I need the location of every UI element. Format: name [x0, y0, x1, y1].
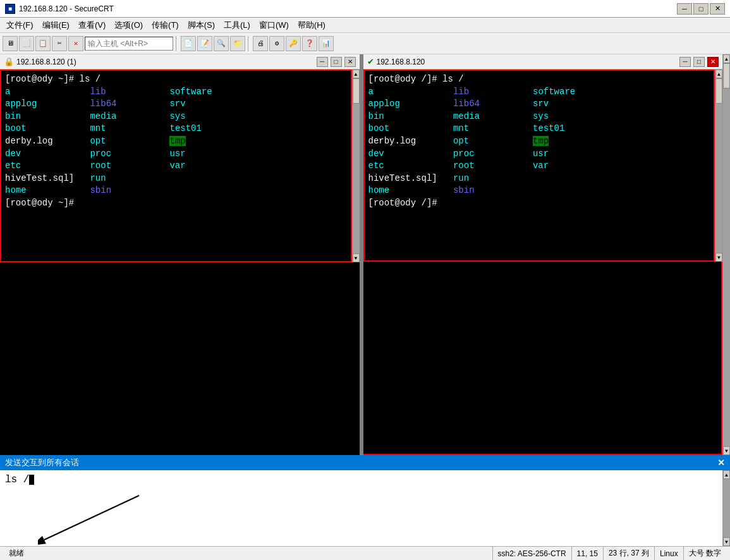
left-line-row2: applog lib64 srv [5, 98, 347, 111]
broadcast-close-button[interactable]: ✕ [717, 458, 725, 468]
right-minimize-button[interactable]: ─ [679, 57, 691, 67]
left-line-row3: bin media sys [5, 111, 347, 123]
app-icon: ■ [5, 4, 15, 14]
menu-view[interactable]: 查看(V) [75, 18, 109, 32]
status-position: 11, 15 [572, 547, 604, 560]
status-lines: 23 行, 37 列 [604, 547, 655, 560]
menu-window[interactable]: 窗口(W) [255, 18, 293, 32]
broadcast-scroll-up[interactable]: ▲ [723, 470, 730, 479]
broadcast-label: 发送交互到所有会话 [5, 457, 79, 468]
toolbar-btn-6[interactable]: 📄 [181, 36, 196, 51]
right-line-row8: hiveTest.sql] run [368, 173, 710, 185]
left-line-row9: home sbin [5, 185, 347, 197]
right-scroll-track[interactable] [715, 78, 722, 253]
right-scroll-down[interactable]: ▼ [715, 253, 722, 262]
svg-line-1 [44, 496, 139, 540]
toolbar-btn-9[interactable]: 📁 [230, 36, 245, 51]
close-button[interactable]: ✕ [710, 3, 725, 15]
right-close-button[interactable]: ✕ [707, 57, 719, 67]
right-line-row6: dev proc usr [368, 148, 710, 161]
toolbar-btn-5[interactable]: ✕ [68, 36, 83, 51]
left-line-row4: boot mnt test01 [5, 123, 347, 135]
broadcast-input-text: ls / [5, 474, 717, 485]
status-bar: 就绪 ssh2: AES-256-CTR 11, 15 23 行, 37 列 L… [0, 546, 730, 560]
left-scroll-track[interactable] [353, 78, 360, 253]
cursor [29, 475, 34, 485]
terminals-row: 🔒 192.168.8.120 (1) ─ □ ✕ [root@ody ~]# … [0, 54, 730, 455]
toolbar-btn-11[interactable]: ⚙ [269, 36, 284, 51]
left-scroll-down[interactable]: ▼ [353, 253, 360, 262]
broadcast-scrollbar[interactable]: ▲ ▼ [722, 470, 730, 546]
right-scroll-up[interactable]: ▲ [715, 70, 722, 78]
right-terminal-body[interactable]: [root@ody /]# ls / a lib software applog… [363, 70, 715, 262]
host-input[interactable] [85, 37, 173, 51]
right-line-row9: home sbin [368, 185, 710, 197]
status-extra: 大号 数字 [684, 547, 726, 560]
left-terminal-panel: 🔒 192.168.8.120 (1) ─ □ ✕ [root@ody ~]# … [0, 54, 360, 455]
status-encryption: ssh2: AES-256-CTR [493, 547, 572, 560]
outer-scroll-track[interactable] [723, 63, 730, 446]
menu-file[interactable]: 文件(F) [3, 18, 37, 32]
toolbar: 🖥 ⬜ 📋 ✂ ✕ 📄 📝 🔍 📁 🖨 ⚙ 🔑 ❓ 📊 [0, 33, 730, 54]
right-scroll-thumb[interactable] [715, 78, 722, 104]
left-terminal-body-wrapper: [root@ody ~]# ls / a lib software applog… [0, 70, 360, 262]
broadcast-scroll-track[interactable] [723, 479, 730, 537]
left-scroll-up[interactable]: ▲ [353, 70, 360, 78]
toolbar-btn-13[interactable]: ❓ [302, 36, 317, 51]
left-close-button[interactable]: ✕ [344, 57, 356, 67]
broadcast-bar: 发送交互到所有会话 ✕ [0, 455, 730, 470]
menu-bar: 文件(F) 编辑(E) 查看(V) 选项(O) 传输(T) 脚本(S) 工具(L… [0, 18, 730, 33]
outer-scroll-down[interactable]: ▼ [723, 446, 730, 455]
right-line-row2: applog lib64 srv [368, 98, 710, 111]
toolbar-btn-10[interactable]: 🖨 [253, 36, 268, 51]
outer-scroll-up[interactable]: ▲ [723, 54, 730, 63]
broadcast-scroll-down[interactable]: ▼ [723, 537, 730, 546]
left-terminal-body[interactable]: [root@ody ~]# ls / a lib software applog… [0, 70, 352, 262]
menu-script[interactable]: 脚本(S) [184, 18, 219, 32]
toolbar-btn-7[interactable]: 📝 [197, 36, 212, 51]
menu-tools[interactable]: 工具(L) [220, 18, 254, 32]
arrow-svg [38, 489, 152, 546]
toolbar-btn-3[interactable]: 📋 [35, 36, 51, 51]
right-scrollbar[interactable]: ▲ ▼ [715, 70, 722, 262]
left-panel-title: 192.168.8.120 (1) [16, 58, 314, 66]
toolbar-sep-2 [248, 36, 250, 51]
arrow-annotation [38, 489, 152, 546]
left-prompt2: [root@ody ~]# [5, 197, 347, 210]
left-line-row5: derby.log opt tmp [5, 135, 347, 148]
left-line-row6: dev proc usr [5, 148, 347, 161]
menu-edit[interactable]: 编辑(E) [39, 18, 73, 32]
status-os: Linux [655, 547, 684, 560]
status-ready: 就绪 [4, 547, 493, 560]
left-maximize-button[interactable]: □ [331, 57, 342, 67]
toolbar-btn-14[interactable]: 📊 [319, 36, 334, 51]
left-scroll-thumb[interactable] [353, 78, 360, 104]
toolbar-btn-2[interactable]: ⬜ [19, 36, 34, 51]
right-prompt2: [root@ody /]# [368, 197, 710, 210]
right-line-row4: boot mnt test01 [368, 123, 710, 135]
toolbar-btn-12[interactable]: 🔑 [286, 36, 301, 51]
outer-scroll-thumb[interactable] [723, 63, 730, 88]
menu-transfer[interactable]: 传输(T) [148, 18, 183, 32]
toolbar-btn-4[interactable]: ✂ [52, 36, 67, 51]
right-check-icon: ✔ [367, 57, 374, 66]
outer-scrollbar[interactable]: ▲ ▼ [722, 54, 730, 455]
left-line-row8: hiveTest.sql] run [5, 173, 347, 185]
left-scrollbar[interactable]: ▲ ▼ [352, 70, 360, 262]
toolbar-sep-1 [176, 36, 178, 51]
right-maximize-button[interactable]: □ [693, 57, 705, 67]
broadcast-input-content[interactable]: ls / [0, 470, 722, 546]
left-minimize-button[interactable]: ─ [317, 57, 328, 67]
left-line-row7: etc root var [5, 160, 347, 173]
maximize-button[interactable]: □ [693, 3, 709, 15]
title-bar: ■ 192.168.8.120 - SecureCRT ─ □ ✕ [0, 0, 730, 18]
left-line-row1: a lib software [5, 86, 347, 99]
broadcast-input-area: ls / ▲ ▼ [0, 470, 730, 546]
menu-help[interactable]: 帮助(H) [294, 18, 329, 32]
menu-options[interactable]: 选项(O) [111, 18, 147, 32]
toolbar-btn-1[interactable]: 🖥 [3, 36, 18, 51]
minimize-button[interactable]: ─ [677, 3, 692, 15]
toolbar-btn-8[interactable]: 🔍 [214, 36, 229, 51]
right-line-row7: etc root var [368, 160, 710, 173]
right-panel-header: ✔ 192.168.8.120 ─ □ ✕ [363, 54, 723, 70]
